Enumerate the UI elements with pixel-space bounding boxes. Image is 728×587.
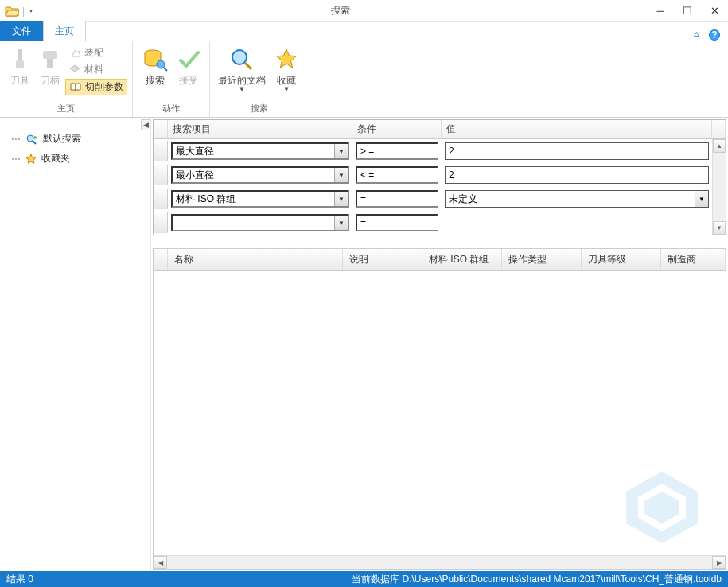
svg-line-13	[33, 141, 36, 144]
svg-point-8	[157, 60, 165, 68]
maximize-button[interactable]: ☐	[674, 3, 701, 19]
status-bar: 结果 0 当前数据库 D:\Users\Public\Documents\sha…	[0, 571, 728, 587]
col-header[interactable]: 操作类型	[502, 249, 582, 270]
ribbon-group-home: 刀具 刀柄 装配 材料	[0, 41, 133, 117]
tree-item-label: 默认搜索	[43, 132, 81, 146]
criteria-cond-combo[interactable]: ▼	[356, 214, 438, 231]
material-button[interactable]: 材料	[65, 62, 127, 77]
qat-dropdown-icon[interactable]: ▾	[28, 7, 34, 14]
database-search-icon	[142, 47, 168, 72]
scroll-down-icon[interactable]: ▼	[713, 221, 726, 235]
scroll-right-icon[interactable]: ▶	[712, 556, 726, 569]
chevron-down-icon[interactable]: ▼	[695, 190, 709, 208]
ribbon-group-search: 最近的文档 ▼ 收藏 ▼ 搜索	[210, 41, 309, 117]
close-button[interactable]: ✕	[701, 3, 728, 19]
svg-point-10	[232, 50, 247, 64]
col-header-item[interactable]: 搜索项目	[168, 120, 352, 138]
row-header[interactable]	[154, 212, 168, 233]
ribbon: 刀具 刀柄 装配 材料	[0, 41, 728, 118]
svg-line-9	[164, 68, 167, 71]
col-header[interactable]: 制造商	[661, 249, 726, 270]
criteria-item-input[interactable]	[173, 216, 334, 230]
content-area: 搜索项目 条件 值 ▼	[151, 118, 728, 571]
col-header[interactable]: 名称	[168, 249, 343, 270]
tree-item-default-search[interactable]: ⋯ 默认搜索	[0, 129, 150, 149]
results-body	[154, 271, 726, 555]
criteria-value-field[interactable]: 未定义	[445, 190, 695, 208]
row-header[interactable]	[154, 165, 168, 185]
criteria-item-input[interactable]	[173, 168, 334, 182]
group-label-search: 搜索	[251, 101, 268, 117]
chevron-down-icon[interactable]: ▼	[334, 192, 348, 206]
results-grid: 名称 说明 材料 ISO 群组 操作类型 刀具等级 制造商 ◀ ▶	[153, 248, 726, 570]
criteria-header: 搜索项目 条件 值	[154, 120, 726, 139]
criteria-item-combo[interactable]: ▼	[171, 142, 349, 160]
tab-file[interactable]: 文件	[0, 21, 43, 41]
scroll-track[interactable]	[167, 556, 712, 569]
favorites-button[interactable]: 收藏 ▼	[269, 44, 304, 92]
svg-rect-2	[18, 49, 22, 60]
ribbon-collapse-icon[interactable]: ㅿ	[692, 29, 701, 41]
holder-button[interactable]: 刀柄	[35, 44, 65, 87]
group-label-home: 主页	[57, 101, 75, 117]
criteria-value-field[interactable]	[445, 214, 709, 231]
recent-docs-button[interactable]: 最近的文档 ▼	[215, 44, 269, 92]
chevron-down-icon: ▼	[283, 87, 290, 92]
status-result-count: 结果 0	[6, 573, 33, 586]
tree-item-favorites[interactable]: ⋯ 收藏夹	[0, 149, 150, 169]
ribbon-group-action: 搜索 接受 动作	[133, 41, 210, 117]
criteria-value-combo[interactable]: 未定义 ▼	[445, 190, 709, 208]
criteria-cond-combo[interactable]: ▼	[356, 142, 438, 160]
titlebar: | ▾ 搜索 ─ ☐ ✕	[0, 0, 728, 22]
criteria-item-combo[interactable]: ▼	[171, 214, 349, 231]
results-hscrollbar[interactable]: ◀ ▶	[154, 555, 726, 569]
criteria-item-input[interactable]	[173, 192, 334, 206]
tool-icon	[7, 47, 33, 72]
row-header[interactable]	[154, 141, 168, 161]
scroll-left-icon[interactable]: ◀	[154, 556, 167, 569]
assembly-button[interactable]: 装配	[65, 45, 127, 60]
chevron-down-icon[interactable]: ▼	[334, 144, 348, 158]
qat-separator: |	[22, 6, 25, 17]
row-header[interactable]	[154, 189, 168, 209]
svg-point-12	[27, 135, 33, 142]
row-selector-header[interactable]	[154, 249, 168, 270]
criteria-scrollbar[interactable]: ▲ ▼	[712, 139, 726, 235]
col-header-value[interactable]: 值	[442, 120, 712, 138]
side-panel: ◀ ⋯ 默认搜索 ⋯ 收藏夹	[0, 118, 151, 571]
tool-button[interactable]: 刀具	[5, 44, 35, 87]
chevron-down-icon[interactable]: ▼	[334, 216, 348, 230]
search-button[interactable]: 搜索	[138, 44, 173, 87]
folder-open-icon[interactable]	[5, 5, 19, 17]
check-icon	[176, 47, 201, 72]
col-header-cond[interactable]: 条件	[352, 120, 442, 138]
panel-collapse-button[interactable]: ◀	[141, 119, 150, 130]
criteria-row: ▼ ▼	[154, 211, 712, 235]
criteria-cond-combo[interactable]: ▼	[356, 166, 438, 184]
assembly-icon	[68, 47, 81, 60]
svg-rect-5	[47, 59, 53, 68]
star-small-icon	[25, 154, 37, 165]
svg-line-11	[245, 63, 251, 69]
criteria-cond-combo[interactable]: ▼	[356, 190, 438, 208]
tree-item-label: 收藏夹	[41, 152, 70, 165]
scroll-up-icon[interactable]: ▲	[713, 139, 726, 153]
cut-params-button[interactable]: 切削参数	[65, 79, 127, 95]
chevron-down-icon[interactable]: ▼	[334, 168, 348, 182]
window-title: 搜索	[34, 4, 647, 17]
star-icon	[274, 47, 299, 72]
criteria-item-combo[interactable]: ▼	[171, 166, 349, 184]
criteria-row: ▼ ▼ 未定义 ▼	[154, 187, 712, 211]
criteria-item-input[interactable]	[173, 144, 334, 158]
help-icon[interactable]: ?	[709, 29, 720, 41]
criteria-item-combo[interactable]: ▼	[171, 190, 349, 208]
col-header[interactable]: 材料 ISO 群组	[422, 249, 502, 270]
accept-button[interactable]: 接受	[173, 44, 204, 87]
criteria-value-field[interactable]: 2	[445, 142, 709, 160]
svg-marker-6	[70, 65, 80, 72]
minimize-button[interactable]: ─	[647, 3, 674, 19]
col-header[interactable]: 说明	[343, 249, 422, 270]
tab-home[interactable]: 主页	[43, 21, 86, 41]
col-header[interactable]: 刀具等级	[582, 249, 661, 270]
criteria-value-field[interactable]: 2	[445, 166, 709, 184]
